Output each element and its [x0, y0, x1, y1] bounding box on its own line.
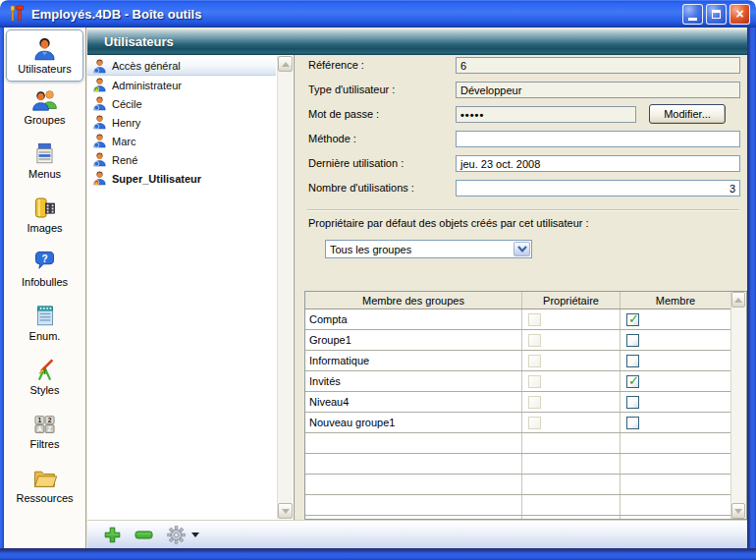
- window-title: Employés.4DB - Boîte outils: [31, 7, 679, 22]
- default-owner-dropdown[interactable]: Tous les groupes: [325, 240, 532, 258]
- last-use-field[interactable]: jeu. 23 oct. 2008: [456, 155, 740, 172]
- close-button[interactable]: ×: [729, 4, 750, 25]
- sidebar-item-filtres[interactable]: 1 2 A Z Filtres: [4, 406, 85, 460]
- owner-checkbox[interactable]: [528, 375, 541, 388]
- close-icon: ×: [735, 7, 743, 21]
- empty-table-row: [305, 475, 730, 495]
- user-row-administrateur[interactable]: A Administrateur: [87, 76, 276, 94]
- column-header-membre[interactable]: Membre: [621, 292, 730, 308]
- default-owner-label: Propriétaire par défaut des objets créés…: [308, 217, 589, 229]
- user-list: Accès général A Administrateur: [87, 55, 295, 520]
- user-list-rows: Accès général A Administrateur: [87, 57, 276, 188]
- user-name: René: [112, 154, 137, 166]
- table-scrollbar[interactable]: [730, 292, 746, 519]
- password-label: Mot de passe :: [308, 108, 456, 120]
- groups-table: Membre des groupes Propriétaire Membre C…: [304, 291, 747, 520]
- member-checkbox[interactable]: [626, 396, 639, 409]
- app-window: Employés.4DB - Boîte outils × Utilisateu…: [0, 0, 756, 560]
- password-field[interactable]: •••••: [456, 106, 636, 123]
- modify-password-button[interactable]: Modifier...: [649, 104, 726, 124]
- sidebar-item-ressources[interactable]: Ressources: [4, 460, 85, 514]
- user-row-rene[interactable]: René: [87, 150, 276, 169]
- scroll-up-button[interactable]: [731, 292, 745, 308]
- table-row[interactable]: Groupe1: [305, 330, 730, 351]
- sidebar-item-images[interactable]: Images: [4, 190, 85, 244]
- chevron-down-icon: [282, 509, 290, 514]
- dropdown-button[interactable]: [513, 242, 530, 256]
- column-header-membre-des-groupes[interactable]: Membre des groupes: [305, 292, 522, 308]
- remove-user-button[interactable]: [135, 531, 153, 539]
- user-row-henry[interactable]: Henry: [87, 113, 276, 132]
- owner-checkbox[interactable]: [528, 334, 541, 347]
- password-row: Mot de passe : ••••• Modifier...: [308, 104, 740, 124]
- reference-label: Référence :: [308, 59, 456, 71]
- svg-text:?: ?: [41, 253, 47, 264]
- table-row[interactable]: Nouveau groupe1: [305, 413, 730, 433]
- scroll-down-button[interactable]: [731, 503, 745, 519]
- member-checkbox[interactable]: [626, 375, 639, 388]
- last-use-row: Dernière utilisation : jeu. 23 oct. 2008: [308, 153, 740, 173]
- minimize-button[interactable]: [682, 4, 703, 25]
- sidebar-item-infobulles[interactable]: ? Infobulles: [4, 244, 85, 298]
- window-border-right: [747, 28, 756, 548]
- sidebar: Utilisateurs Groupes: [4, 28, 86, 548]
- table-row[interactable]: Compta: [305, 309, 730, 330]
- chevron-up-icon: [282, 62, 290, 67]
- method-field[interactable]: [456, 131, 740, 147]
- sidebar-item-utilisateurs[interactable]: Utilisateurs: [6, 29, 83, 82]
- sidebar-item-groupes[interactable]: Groupes: [4, 82, 85, 136]
- empty-table-row: [305, 495, 730, 516]
- user-details-panel: Référence : 6 Type d'utilisateur : Dével…: [296, 55, 747, 520]
- minus-icon: [135, 531, 153, 539]
- svg-text:Z: Z: [48, 424, 52, 431]
- user-icon: [93, 115, 106, 130]
- content-area: Utilisateurs Accès général: [87, 28, 747, 548]
- reference-field[interactable]: 6: [456, 57, 740, 74]
- owner-checkbox[interactable]: [528, 396, 541, 409]
- sidebar-item-label: Filtres: [30, 438, 60, 450]
- table-row[interactable]: Informatique: [305, 351, 730, 371]
- svg-text:S: S: [95, 181, 98, 186]
- toolbox-icon: [8, 4, 27, 24]
- actions-menu-button[interactable]: [167, 526, 199, 544]
- user-list-scrollbar[interactable]: [277, 56, 293, 519]
- sidebar-item-enum[interactable]: Enum.: [4, 298, 85, 352]
- user-row-cecile[interactable]: Cécile: [87, 94, 276, 113]
- use-count-label: Nombre d'utilisations :: [308, 182, 456, 194]
- user-row-super-utilisateur[interactable]: S Super_Utilisateur: [87, 169, 276, 188]
- table-row[interactable]: Invités: [305, 371, 730, 392]
- sidebar-item-label: Infobulles: [22, 276, 68, 288]
- sidebar-item-label: Enum.: [29, 330, 61, 342]
- table-row[interactable]: Niveau4: [305, 392, 730, 413]
- scroll-down-button[interactable]: [278, 503, 293, 519]
- titlebar[interactable]: Employés.4DB - Boîte outils ×: [0, 0, 756, 28]
- svg-text:2: 2: [48, 416, 52, 422]
- sidebar-item-menus[interactable]: Menus: [4, 136, 85, 190]
- user-name: Marc: [112, 136, 135, 147]
- maximize-button[interactable]: [706, 4, 727, 25]
- member-checkbox[interactable]: [626, 313, 639, 326]
- sidebar-item-label: Styles: [30, 384, 60, 396]
- member-checkbox[interactable]: [626, 334, 639, 347]
- user-icon: [93, 152, 106, 167]
- user-icon: A: [93, 78, 106, 92]
- user-icon: [93, 96, 106, 111]
- user-row-marc[interactable]: Marc: [87, 132, 276, 150]
- scroll-up-button[interactable]: [278, 56, 293, 72]
- member-checkbox[interactable]: [626, 355, 639, 367]
- add-user-button[interactable]: [104, 527, 121, 543]
- use-count-field[interactable]: 3: [456, 180, 740, 196]
- user-type-field[interactable]: Développeur: [456, 82, 740, 98]
- owner-checkbox[interactable]: [528, 355, 541, 367]
- member-checkbox[interactable]: [626, 417, 639, 429]
- user-row-acces-general[interactable]: Accès général: [87, 57, 276, 76]
- column-header-proprietaire[interactable]: Propriétaire: [522, 292, 621, 308]
- owner-checkbox[interactable]: [528, 417, 541, 429]
- reference-row: Référence : 6: [308, 55, 740, 75]
- window-border-bottom: [0, 548, 756, 560]
- images-icon: [31, 193, 58, 222]
- filters-icon: 1 2 A Z: [31, 409, 58, 438]
- sidebar-item-styles[interactable]: Styles: [4, 352, 85, 406]
- menus-icon: [32, 139, 58, 168]
- owner-checkbox[interactable]: [528, 313, 541, 326]
